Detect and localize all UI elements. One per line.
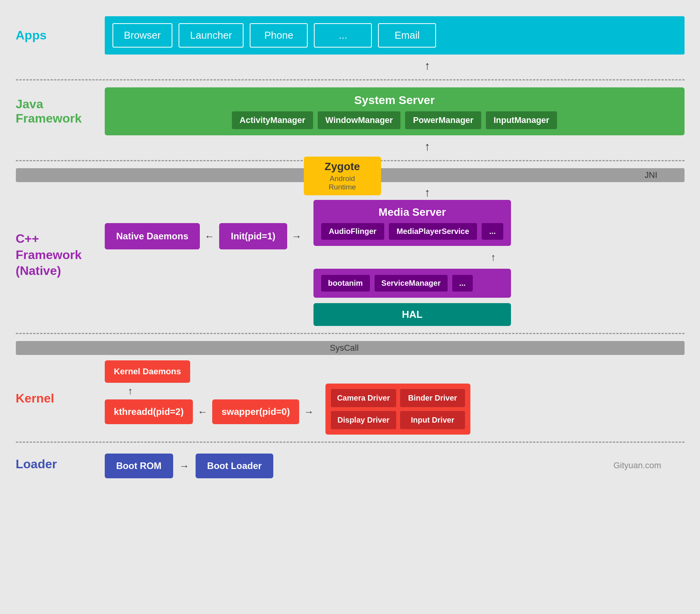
arrow-sw-right: →: [304, 406, 314, 418]
ss-power-manager: PowerManager: [405, 111, 481, 129]
zygote-title: Zygote: [315, 160, 370, 173]
cpp-framework-layer: C++ Framework(Native) Native Daemons ← I…: [16, 200, 685, 326]
zygote-jni-area: JNI Zygote Android Runtime: [16, 168, 685, 182]
apps-row: Browser Launcher Phone ... Email: [105, 16, 685, 55]
driver-input: Input Driver: [400, 411, 465, 429]
loader-layer: Loader Boot ROM → Boot Loader: [16, 450, 685, 478]
media-server-box: Media Server AudioFlinger MediaPlayerSer…: [313, 200, 511, 246]
apps-layer: Apps Browser Launcher Phone ... Email: [16, 16, 685, 55]
kernel-daemons-box: Kernel Daemons: [105, 360, 191, 383]
is-bootanim: bootanim: [321, 275, 370, 292]
hal-box: HAL: [313, 303, 511, 326]
kernel-layer: Kernel Kernel Daemons ↑ kthreadd(pid=2) …: [16, 360, 685, 435]
init-services-box: bootanim ServiceManager ...: [313, 269, 511, 298]
cpp-framework-label: C++ Framework(Native): [16, 232, 82, 278]
ms-audio-flinger: AudioFlinger: [321, 223, 384, 240]
arrow-zygote-to-ss: ↑: [16, 140, 685, 153]
kd-column: Kernel Daemons ↑ kthreadd(pid=2) ← swapp…: [105, 360, 314, 424]
native-daemons-box: Native Daemons: [105, 223, 200, 249]
driver-binder: Binder Driver: [400, 389, 465, 407]
arrow-boot-rom-to-loader: →: [179, 460, 189, 472]
is-service-manager: ServiceManager: [375, 275, 448, 292]
arrow-init-right: →: [292, 230, 302, 242]
arrow-kd-down: ↑: [105, 385, 133, 397]
system-server-box: System Server ActivityManager WindowMana…: [105, 87, 685, 135]
driver-display: Display Driver: [331, 411, 396, 429]
java-framework-label: Java Framework: [16, 97, 82, 125]
media-server-title: Media Server: [321, 206, 504, 218]
app-launcher: Launcher: [179, 23, 244, 48]
kthreadd-swapper-row: kthreadd(pid=2) ← swapper(pid=0) →: [105, 399, 314, 424]
app-phone: Phone: [250, 23, 308, 48]
watermark: Gityuan.com: [613, 460, 661, 471]
media-server-items: AudioFlinger MediaPlayerService ...: [321, 223, 504, 240]
kernel-content: Kernel Daemons ↑ kthreadd(pid=2) ← swapp…: [105, 360, 685, 435]
zygote-sub: Android Runtime: [315, 174, 370, 191]
dashed-line-4: [16, 442, 685, 443]
swapper-box: swapper(pid=0): [212, 399, 299, 424]
dashed-line-1: [16, 79, 685, 80]
driver-camera: Camera Driver: [331, 389, 396, 407]
arrow-nd-left: ←: [204, 230, 215, 242]
ms-media-player: MediaPlayerService: [389, 223, 477, 240]
loader-label: Loader: [16, 457, 57, 471]
is-ellipsis: ...: [452, 275, 473, 292]
kernel-left: Kernel Daemons ↑ kthreadd(pid=2) ← swapp…: [105, 360, 314, 424]
system-server-items: ActivityManager WindowManager PowerManag…: [112, 111, 677, 129]
kthreadd-box: kthreadd(pid=2): [105, 399, 193, 424]
diagram: Apps Browser Launcher Phone ... Email ↑ …: [16, 16, 685, 478]
app-ellipsis: ...: [314, 23, 372, 48]
gray-bar-syscall: SysCall: [16, 341, 685, 355]
system-server-title: System Server: [112, 94, 677, 107]
jni-label: JNI: [645, 170, 657, 180]
arrow-is-to-ms: ↑: [313, 251, 511, 263]
cpp-left-col: Native Daemons ← Init(pid=1) →: [105, 200, 302, 249]
syscall-label: SysCall: [330, 343, 359, 353]
drivers-grid: Camera Driver Binder Driver Display Driv…: [325, 384, 471, 435]
dashed-line-3: [16, 333, 685, 334]
kernel-label: Kernel: [16, 391, 55, 405]
kernel-right: Camera Driver Binder Driver Display Driv…: [325, 360, 471, 435]
ss-activity-manager: ActivityManager: [232, 111, 313, 129]
arrow-ss-to-apps: ↑: [16, 59, 685, 72]
zygote-box: Zygote Android Runtime: [304, 157, 381, 195]
ss-window-manager: WindowManager: [318, 111, 401, 129]
init-box: Init(pid=1): [219, 223, 287, 249]
java-framework-layer: Java Framework System Server ActivityMan…: [16, 87, 685, 135]
loader-row: Boot ROM → Boot Loader: [105, 450, 685, 478]
app-email: Email: [378, 23, 436, 48]
native-init-row: Native Daemons ← Init(pid=1) →: [105, 223, 302, 249]
ss-input-manager: InputManager: [486, 111, 557, 129]
ms-ellipsis: ...: [482, 223, 504, 240]
app-browser: Browser: [112, 23, 172, 48]
cpp-right-col: Media Server AudioFlinger MediaPlayerSer…: [313, 200, 511, 326]
boot-rom-box: Boot ROM: [105, 454, 173, 478]
arrow-kt-left: ←: [198, 406, 208, 418]
boot-loader-box: Boot Loader: [196, 454, 273, 478]
apps-label: Apps: [16, 28, 47, 42]
